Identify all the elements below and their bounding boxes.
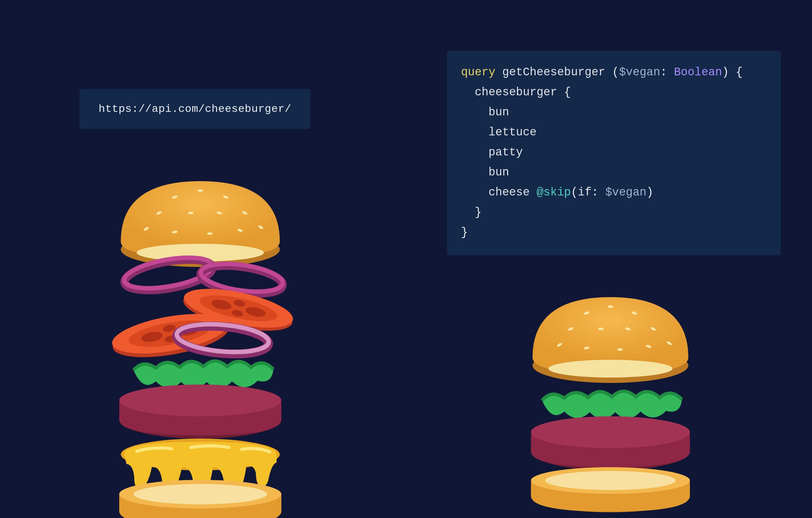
svg-point-6: [188, 212, 194, 214]
root-field: cheeseburger: [475, 86, 557, 99]
directive-arg-name: if: [578, 186, 591, 199]
field-patty: patty: [488, 146, 523, 159]
operation-name: getCheeseburger: [502, 66, 605, 79]
directive-skip: @skip: [537, 186, 571, 199]
field-bun-1: bun: [488, 106, 509, 119]
variable-name: $vegan: [619, 66, 660, 79]
graphql-query-code: query getCheeseburger ($vegan: Boolean) …: [461, 62, 767, 242]
field-lettuce: lettuce: [488, 126, 536, 139]
variable-type: Boolean: [674, 66, 722, 79]
rest-endpoint-url: https://api.com/cheeseburger/: [98, 103, 291, 115]
svg-point-39: [134, 484, 267, 504]
svg-point-3: [198, 189, 203, 192]
keyword-query: query: [461, 66, 495, 79]
field-bun-2: bun: [488, 166, 509, 179]
full-cheeseburger-icon: [95, 175, 305, 518]
lean-burger-icon: [512, 293, 709, 515]
svg-point-11: [207, 232, 213, 235]
svg-point-41: [548, 360, 672, 377]
field-cheese: cheese: [488, 186, 530, 199]
rest-endpoint-box: https://api.com/cheeseburger/: [80, 89, 310, 129]
svg-point-51: [617, 348, 623, 351]
svg-point-46: [598, 328, 604, 330]
svg-point-43: [608, 305, 613, 308]
svg-point-35: [119, 385, 281, 416]
directive-arg-value: $vegan: [605, 186, 647, 199]
svg-point-55: [531, 416, 690, 448]
graphql-query-box: query getCheeseburger ($vegan: Boolean) …: [447, 51, 781, 255]
svg-point-58: [545, 471, 676, 490]
